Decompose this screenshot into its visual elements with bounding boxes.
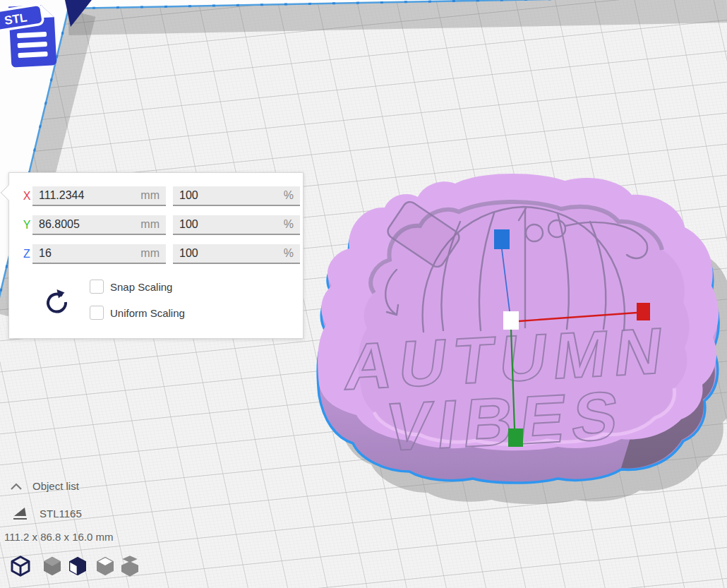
scale-row-z: Z mm % [9, 244, 303, 265]
scale-row-y: Y mm % [9, 215, 303, 236]
cube-left-icon [66, 555, 89, 577]
reset-icon [41, 288, 71, 318]
view-front-button[interactable] [41, 555, 64, 577]
uniform-scaling-label: Uniform Scaling [110, 307, 185, 319]
view-3d-button[interactable] [9, 555, 32, 577]
y-axis-handle[interactable] [508, 428, 523, 447]
engraving-text-line2: VIBES [382, 376, 630, 466]
uniform-scaling-checkbox[interactable] [90, 306, 104, 320]
scale-row-x: X mm % [9, 186, 303, 208]
model-autumn-vibes-mold[interactable]: AUTUMN VIBES [318, 174, 727, 504]
view-orientation-toolbar [7, 555, 155, 579]
object-list-header[interactable]: Object list [32, 480, 79, 492]
axis-z-label: Z [20, 248, 33, 260]
axis-x-label: X [20, 190, 33, 203]
z-mm-input[interactable] [39, 247, 116, 260]
y-mm-field[interactable]: mm [32, 215, 166, 235]
z-mm-unit: mm [140, 247, 160, 260]
view-left-button[interactable] [66, 555, 89, 577]
x-axis-handle[interactable] [637, 303, 650, 320]
y-percent-field[interactable]: % [173, 215, 300, 235]
z-mm-field[interactable]: mm [32, 244, 166, 264]
uniform-scaling-option[interactable]: Uniform Scaling [90, 305, 185, 320]
object-list-item-name[interactable]: STL1165 [40, 508, 82, 520]
model-item-icon [13, 505, 28, 521]
z-percent-input[interactable] [179, 247, 257, 260]
snap-scaling-option[interactable]: Snap Scaling [90, 279, 172, 294]
x-percent-unit: % [284, 189, 294, 202]
cube-front-icon [41, 555, 64, 577]
z-percent-unit: % [284, 247, 294, 260]
view-right-button[interactable] [119, 555, 141, 577]
y-percent-input[interactable] [179, 218, 257, 231]
view-top-button[interactable] [94, 555, 116, 577]
cube-top-icon [94, 555, 116, 577]
x-percent-input[interactable] [179, 189, 257, 202]
z-axis-handle[interactable] [494, 229, 510, 249]
cube-3d-icon [9, 555, 32, 577]
z-percent-field[interactable]: % [173, 244, 300, 264]
scale-tool-panel: X mm % Y mm % Z mm [8, 172, 304, 339]
y-mm-unit: mm [140, 218, 160, 231]
x-mm-input[interactable] [39, 189, 116, 202]
object-list: Object list STL1165 111.2 x 86.8 x 16.0 … [0, 477, 184, 555]
snap-scaling-checkbox[interactable] [90, 280, 104, 294]
x-mm-field[interactable]: mm [32, 186, 166, 206]
axis-y-label: Y [20, 219, 33, 232]
snap-scaling-label: Snap Scaling [110, 281, 172, 293]
x-percent-field[interactable]: % [173, 186, 300, 206]
x-mm-unit: mm [140, 189, 160, 202]
stl-file-watermark: STL [0, 0, 93, 73]
object-dimensions: 111.2 x 86.8 x 16.0 mm [4, 531, 114, 543]
center-handle[interactable] [503, 311, 519, 330]
cube-lid-icon [119, 555, 141, 577]
y-percent-unit: % [284, 218, 294, 231]
collapse-chevron-icon[interactable] [10, 482, 23, 491]
reset-scale-button[interactable] [41, 288, 71, 318]
y-mm-input[interactable] [39, 218, 116, 231]
plate-margin-band-top [68, 9, 727, 22]
cura-3d-viewport: AUTUMN VIBES STL [0, 0, 727, 588]
